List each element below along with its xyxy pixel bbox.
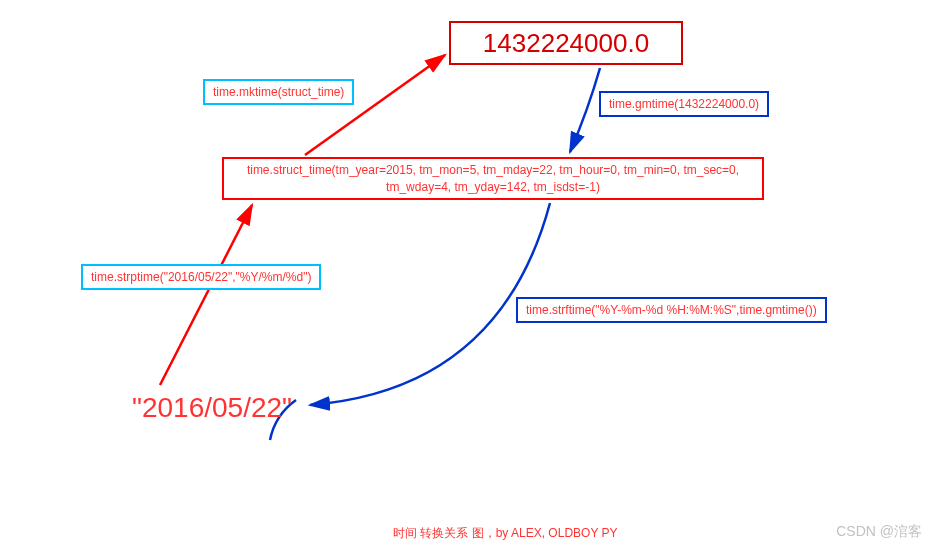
watermark-text: CSDN @涫客 [836, 523, 922, 541]
label-mktime-text: time.mktime(struct_time) [213, 85, 344, 99]
struct-time-text: time.struct_time(tm_year=2015, tm_mon=5,… [232, 162, 754, 196]
arrow-strftime [310, 203, 550, 405]
arrow-gmtime [570, 68, 600, 152]
label-gmtime: time.gmtime(1432224000.0) [599, 91, 769, 117]
arrow-strptime [160, 205, 252, 385]
struct-time-box: time.struct_time(tm_year=2015, tm_mon=5,… [222, 157, 764, 200]
label-strftime: time.strftime("%Y-%m-%d %H:%M:%S",time.g… [516, 297, 827, 323]
timestamp-box: 1432224000.0 [449, 21, 683, 65]
arrow-mktime [305, 55, 445, 155]
label-strptime: time.strptime("2016/05/22","%Y/%m/%d") [81, 264, 321, 290]
label-strptime-text: time.strptime("2016/05/22","%Y/%m/%d") [91, 270, 311, 284]
timestamp-text: 1432224000.0 [483, 28, 649, 59]
label-strftime-text: time.strftime("%Y-%m-%d %H:%M:%S",time.g… [526, 303, 817, 317]
label-gmtime-text: time.gmtime(1432224000.0) [609, 97, 759, 111]
date-string-text: "2016/05/22" [132, 392, 292, 424]
diagram-caption: 时间 转换关系 图，by ALEX, OLDBOY PY [393, 525, 618, 542]
label-mktime: time.mktime(struct_time) [203, 79, 354, 105]
